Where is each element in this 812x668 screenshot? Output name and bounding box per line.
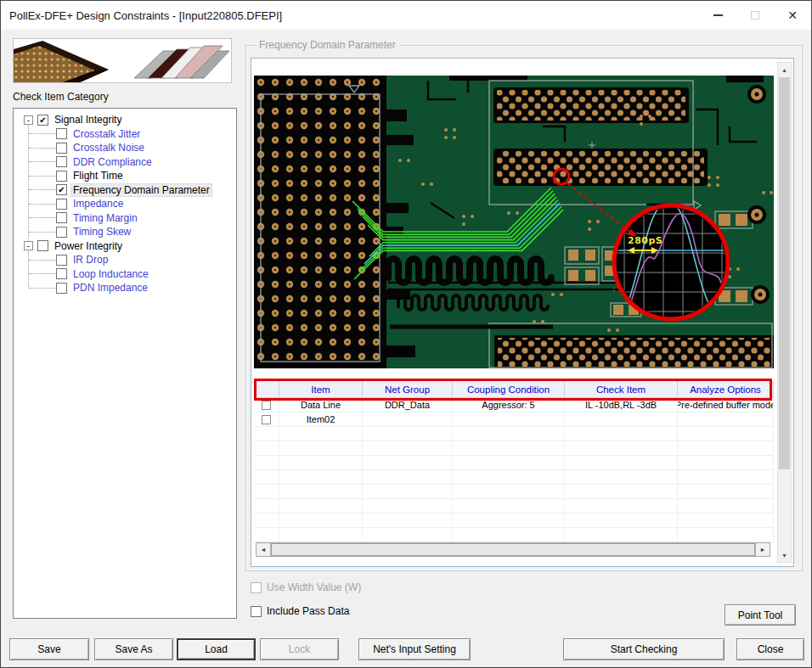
tree-checkbox[interactable] — [56, 156, 67, 167]
table-cell-empty — [678, 528, 774, 542]
scroll-down-button[interactable]: ▼ — [778, 548, 791, 562]
scroll-right-button[interactable]: ► — [755, 543, 770, 556]
table-row-empty — [254, 485, 774, 499]
header-coupling-condition[interactable]: Coupling Condition — [453, 381, 565, 397]
tree-label[interactable]: Timing Skew — [71, 226, 133, 238]
header-analyze-options[interactable]: Analyze Options — [678, 381, 774, 397]
table-cell-empty — [363, 528, 453, 542]
tree-label[interactable]: Frequency Domain Parameter — [71, 184, 211, 196]
table-cell-empty — [678, 470, 774, 484]
include-pass-data-option[interactable]: Include Pass Data — [251, 605, 349, 617]
minimize-button[interactable] — [699, 1, 736, 30]
table-cell-empty — [279, 441, 363, 455]
tree-item-frequency-domain-parameter[interactable]: ✔Frequency Domain Parameter — [14, 183, 236, 198]
table-cell: Item02 — [279, 413, 363, 426]
tree-label[interactable]: Flight Time — [71, 170, 125, 182]
save-as-button[interactable]: Save As — [94, 638, 173, 660]
tree-checkbox[interactable] — [56, 128, 67, 139]
table-cell-empty — [678, 427, 774, 441]
tree-expander-icon[interactable]: - — [24, 241, 33, 250]
tree-item-ddr-compliance[interactable]: DDR Compliance — [14, 155, 236, 170]
header-check-item[interactable]: Check Item — [565, 381, 678, 397]
tree-item-impedance[interactable]: Impedance — [14, 197, 236, 211]
tree-checkbox[interactable] — [56, 283, 67, 294]
row-select-cell[interactable] — [254, 413, 279, 426]
tree-checkbox[interactable] — [56, 143, 67, 154]
table-cell-empty — [453, 514, 565, 527]
row-checkbox[interactable] — [262, 415, 271, 424]
group-label: Frequency Domain Parameter — [255, 39, 400, 51]
frequency-domain-parameter-group: Frequency Domain Parameter — [245, 45, 803, 571]
tree-connector-stub — [29, 148, 56, 149]
header-net-group[interactable]: Net Group — [363, 381, 453, 397]
tree-item-signal-integrity[interactable]: -✔Signal Integrity — [14, 113, 236, 127]
table-row[interactable]: Data LineDDR_DataAggressor: 5IL -10dB,RL… — [254, 398, 774, 413]
table-row[interactable]: Item02 — [254, 413, 774, 427]
category-label: Check Item Category — [13, 91, 109, 103]
tree-item-timing-skew[interactable]: Timing Skew — [14, 225, 236, 239]
table-cell-empty — [363, 514, 453, 527]
tree-item-power-integrity[interactable]: -Power Integrity — [14, 239, 236, 254]
tree-label[interactable]: Signal Integrity — [53, 114, 123, 126]
tree-label[interactable]: Impedance — [71, 198, 125, 210]
point-tool-button[interactable]: Point Tool — [725, 604, 796, 626]
table-cell: Pre-defined buffer mode — [678, 398, 774, 412]
tree-checkbox[interactable] — [56, 255, 67, 266]
window-controls: ✕ — [699, 1, 811, 30]
tree-checkbox[interactable] — [56, 199, 67, 210]
scroll-left-button[interactable]: ◄ — [257, 543, 271, 556]
header-select-column — [254, 381, 279, 397]
tree-item-pdn-impedance[interactable]: PDN Impedance — [14, 281, 236, 295]
horizontal-scroll-thumb[interactable] — [271, 543, 755, 556]
header-item[interactable]: Item — [279, 381, 363, 397]
tree-checkbox[interactable] — [56, 212, 67, 223]
tree-label[interactable]: Loop Inductance — [71, 268, 150, 280]
load-button[interactable]: Load — [177, 638, 256, 660]
minimize-icon — [713, 14, 723, 16]
tree-label[interactable]: IR Drop — [71, 254, 110, 266]
tree-item-timing-margin[interactable]: Timing Margin — [14, 211, 236, 226]
tree-expander-icon[interactable]: - — [24, 115, 33, 125]
tree-item-flight-time[interactable]: Flight Time — [14, 169, 236, 183]
table-row-empty — [254, 499, 774, 514]
tree-label[interactable]: DDR Compliance — [71, 156, 154, 168]
table-body: Data LineDDR_DataAggressor: 5IL -10dB,RL… — [254, 398, 774, 542]
tree-checkbox[interactable]: ✔ — [56, 184, 67, 195]
table-cell-empty — [453, 441, 565, 455]
tree-connector-stub — [29, 273, 56, 274]
scroll-up-button[interactable]: ▲ — [778, 63, 791, 76]
tree-label[interactable]: Crosstalk Jitter — [71, 128, 142, 140]
tree-checkbox[interactable] — [37, 240, 48, 251]
vertical-scrollbar[interactable]: ▲ ▼ — [777, 62, 792, 563]
scroll-right-icon: ► — [760, 547, 766, 553]
tree-checkbox[interactable] — [56, 268, 67, 279]
table-cell-empty — [363, 427, 453, 441]
include-pass-data-checkbox[interactable] — [251, 606, 262, 617]
row-select-cell[interactable] — [254, 398, 279, 412]
tree-checkbox[interactable] — [56, 227, 67, 238]
start-checking-button[interactable]: Start Checking — [563, 638, 725, 660]
table-cell-empty — [565, 499, 678, 513]
tree-checkbox[interactable]: ✔ — [37, 115, 48, 126]
table-cell-empty — [279, 499, 363, 513]
tree-item-loop-inductance[interactable]: Loop Inductance — [14, 267, 236, 282]
horizontal-scrollbar[interactable]: ◄ ► — [256, 542, 770, 557]
tree-item-ir-drop[interactable]: IR Drop — [14, 253, 236, 267]
tree-label[interactable]: PDN Impedance — [71, 282, 149, 294]
vertical-scroll-thumb[interactable] — [779, 77, 790, 469]
row-checkbox[interactable] — [262, 401, 271, 410]
board-feature — [726, 76, 764, 82]
tree-item-crosstalk-noise[interactable]: Crosstalk Noise — [14, 141, 236, 155]
close-dialog-button[interactable]: Close — [736, 638, 804, 660]
save-button[interactable]: Save — [9, 638, 89, 660]
tree-label[interactable]: Crosstalk Noise — [71, 142, 146, 154]
tree-checkbox[interactable] — [56, 171, 67, 182]
tree-label[interactable]: Timing Margin — [71, 212, 139, 224]
close-button[interactable]: ✕ — [774, 1, 811, 30]
pcb-layout-image: 280pS — [254, 76, 774, 368]
tree-item-crosstalk-jitter[interactable]: Crosstalk Jitter — [14, 127, 236, 142]
tree-label[interactable]: Power Integrity — [53, 240, 124, 252]
nets-input-setting-button[interactable]: Net's Input Setting — [358, 638, 471, 660]
table-row-empty — [254, 514, 774, 528]
parameter-table: Item Net Group Coupling Condition Check … — [254, 374, 774, 564]
